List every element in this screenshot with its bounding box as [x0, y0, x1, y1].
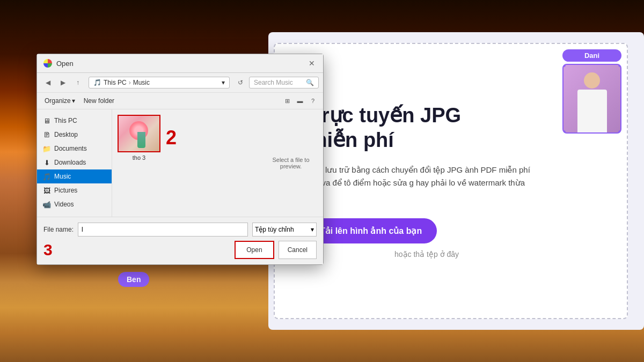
dialog-app-icon — [43, 59, 52, 68]
dialog-title-section: Open — [43, 59, 74, 68]
dialog-nav-toolbar: ◀ ▶ ↑ 🎵 This PC › Music ▾ ↺ Search Music… — [37, 73, 323, 93]
file-list: tho 3 2 — [112, 109, 259, 217]
filetype-select[interactable]: Tệp tùy chỉnh ▾ — [252, 223, 317, 237]
close-button[interactable]: ✕ — [307, 58, 317, 68]
documents-icon: 📁 — [42, 144, 51, 153]
organize-dropdown-icon: ▾ — [72, 97, 75, 105]
dani-avatar — [562, 64, 621, 134]
refresh-button[interactable]: ↺ — [234, 76, 247, 89]
webpage-title: ổi trực tuyến JPG F miễn phí — [291, 104, 541, 152]
dani-section: Dani — [562, 49, 621, 134]
path-icon: 🎵 — [93, 79, 101, 86]
dani-label: Dani — [562, 49, 621, 62]
open-button[interactable]: Open — [235, 241, 274, 259]
cancel-button[interactable]: Cancel — [279, 241, 317, 259]
sidebar-item-downloads[interactable]: ⬇ Downloads — [37, 156, 112, 169]
view-details-button[interactable]: ▬ — [294, 95, 306, 107]
open-dialog: Open ✕ ◀ ▶ ↑ 🎵 This PC › Music ▾ ↺ Searc… — [36, 54, 324, 265]
ben-label: Ben — [118, 272, 149, 287]
flower-image — [119, 116, 159, 151]
downloads-icon: ⬇ — [42, 158, 51, 167]
sidebar-item-documents[interactable]: 📁 Documents — [37, 142, 112, 156]
dialog-action-toolbar: Organize ▾ New folder ⊞ ▬ ? — [37, 93, 323, 109]
sidebar-item-thispc[interactable]: 🖥 This PC — [37, 114, 112, 128]
file-thumbnail-tho3 — [118, 115, 160, 152]
music-icon: 🎵 — [42, 172, 51, 181]
path-dropdown[interactable]: ▾ — [222, 79, 225, 86]
filename-row: File name: Tệp tùy chỉnh ▾ — [43, 223, 317, 237]
step3-number: 3 — [43, 241, 53, 259]
filename-label: File name: — [43, 226, 74, 233]
filetype-dropdown-icon: ▾ — [311, 226, 314, 233]
view-buttons: ⊞ ▬ ? — [281, 95, 319, 107]
path-thispc: This PC — [104, 79, 127, 86]
webpage-main: Dani ổi trực tuyến JPG F miễn phí ng lượ… — [274, 43, 628, 319]
organize-button[interactable]: Organize ▾ — [41, 96, 78, 106]
preview-hint: Select a file to preview. — [264, 157, 318, 169]
search-placeholder: Search Music — [254, 79, 293, 86]
back-button[interactable]: ◀ — [41, 76, 54, 89]
step3-area: 3 — [43, 241, 56, 259]
dialog-titlebar: Open ✕ — [37, 54, 323, 73]
dialog-title: Open — [56, 60, 74, 68]
file-item-tho3[interactable]: tho 3 — [118, 115, 160, 161]
thispc-icon: 🖥 — [42, 116, 51, 125]
pictures-icon: 🖼 — [42, 186, 51, 195]
sidebar-item-desktop[interactable]: 🖹 Desktop — [37, 128, 112, 142]
new-folder-button[interactable]: New folder — [80, 96, 118, 106]
videos-icon: 📹 — [42, 200, 51, 209]
dialog-footer: File name: Tệp tùy chỉnh ▾ 3 Open Cancel — [37, 217, 323, 264]
forward-button[interactable]: ▶ — [56, 76, 69, 89]
sidebar-item-music[interactable]: 🎵 Music — [37, 169, 112, 183]
dialog-body: 🖥 This PC 🖹 Desktop 📁 Documents ⬇ Downlo… — [37, 109, 323, 217]
filename-input[interactable] — [78, 223, 248, 237]
path-music: Music — [133, 79, 150, 86]
sidebar-item-videos[interactable]: 📹 Videos — [37, 197, 112, 211]
view-icons-button[interactable]: ⊞ — [281, 95, 293, 107]
file-name-tho3: tho 3 — [133, 154, 145, 161]
sidebar-item-pictures[interactable]: 🖼 Pictures — [37, 183, 112, 197]
help-button[interactable]: ? — [307, 95, 319, 107]
action-buttons-row: 3 Open Cancel — [43, 241, 317, 259]
corner-dot-tr — [618, 64, 621, 67]
path-sep1: › — [129, 79, 131, 86]
search-bar[interactable]: Search Music 🔍 — [249, 77, 319, 88]
files-area: tho 3 2 Select a file to preview. — [112, 109, 323, 217]
webpage-description: ng lượng lưu trữ bằng cách chuyển đổi tệ… — [291, 164, 541, 202]
desktop-icon: 🖹 — [42, 130, 51, 139]
filetype-label: Tệp tùy chỉnh — [255, 226, 294, 233]
drop-hint: hoặc thả tệp ở đây — [312, 250, 541, 258]
path-bar[interactable]: 🎵 This PC › Music ▾ — [89, 77, 230, 88]
corner-dot-bl — [562, 130, 566, 134]
preview-area: Select a file to preview. — [259, 109, 323, 217]
search-icon: 🔍 — [306, 79, 314, 86]
up-button[interactable]: ↑ — [71, 76, 84, 89]
step2-number: 2 — [166, 115, 177, 161]
corner-dot-br — [618, 130, 621, 134]
dialog-sidebar: 🖥 This PC 🖹 Desktop 📁 Documents ⬇ Downlo… — [37, 109, 112, 217]
corner-dot-tl — [562, 64, 566, 67]
